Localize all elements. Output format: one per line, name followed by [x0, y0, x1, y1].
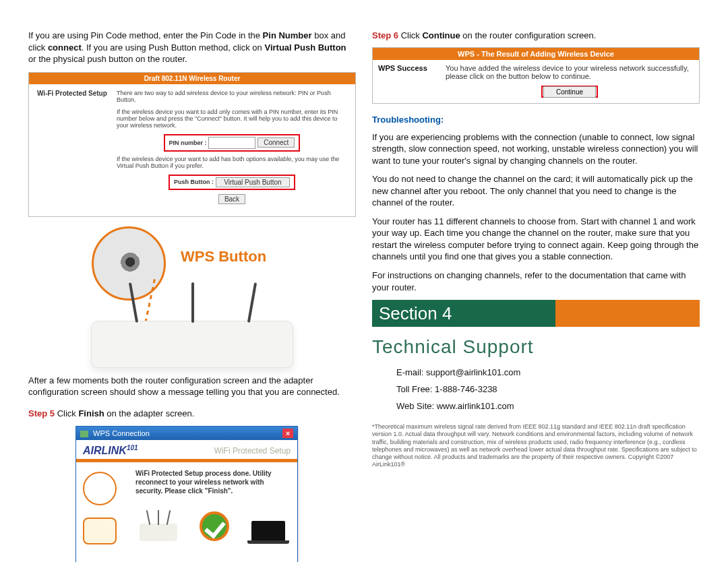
wps-done-message: WiFi Protected Setup process done. Utili… — [135, 469, 289, 495]
back-button[interactable]: Back — [218, 194, 245, 204]
fine-print: *Theoretical maximum wireless signal rat… — [372, 423, 700, 469]
step-6-text: Step 6 Click Continue on the router conf… — [372, 30, 700, 42]
router-config-header: Draft 802.11N Wireless Router — [29, 73, 355, 84]
wps-success-message: You have added the wireless device to yo… — [446, 64, 689, 80]
section-4-banner: Section 4 — [372, 300, 700, 327]
wps-setup-label: Wi-Fi Protected Setup — [37, 90, 111, 97]
wps-desc-2: If the wireless device you want to add o… — [117, 108, 347, 129]
router-small-icon — [140, 524, 177, 541]
troubleshoot-p4: For instructions on changing channels, r… — [372, 270, 700, 293]
app-icon — [80, 431, 88, 437]
troubleshoot-p3: Your router has 11 different channels to… — [372, 216, 700, 263]
router-icon — [91, 321, 293, 368]
router-config-screenshot: Draft 802.11N Wireless Router Wi-Fi Prot… — [28, 72, 356, 217]
technical-support-heading: Technical Support — [372, 336, 700, 358]
left-column: If you are using Pin Code method, enter … — [28, 30, 356, 562]
wps-connection-window: WPS Connection × AIRLINK101 WiFi Protect… — [75, 426, 298, 562]
troubleshoot-p2: You do not need to change the channel on… — [372, 173, 700, 209]
support-contact-info: E-mail: support@airlink101.com Toll Free… — [372, 367, 700, 411]
device-icons — [83, 472, 126, 562]
wps-desc-1: There are two way to add wireless device… — [117, 90, 347, 103]
window-title: WPS Connection — [80, 429, 150, 437]
support-email: E-mail: support@airlink101.com — [396, 367, 700, 377]
wps-success-label: WPS Success — [373, 60, 440, 103]
wps-desc-3: If the wireless device your want to add … — [117, 156, 347, 169]
push-button-label: Push Button : — [174, 179, 214, 185]
virtual-push-button[interactable]: Virtual Push Button — [216, 177, 290, 187]
pin-number-input[interactable] — [208, 137, 255, 149]
intro-text: If you are using Pin Code method, enter … — [28, 30, 356, 65]
support-website: Web Site: www.airlink101.com — [396, 401, 700, 411]
continue-button[interactable]: Continue — [543, 86, 596, 98]
connect-button[interactable]: Connect — [257, 137, 295, 148]
check-icon — [200, 511, 229, 541]
after-moments-text: After a few moments both the router conf… — [28, 375, 356, 398]
wps-button-closeup-icon — [92, 226, 166, 301]
wps-success-header: WPS - The Result of Adding Wireless Devi… — [373, 48, 699, 60]
wps-button-illustration: WPS Button — [28, 226, 356, 368]
airlink-logo: AIRLINK101 — [83, 444, 138, 457]
laptop-icon — [251, 521, 285, 541]
troubleshooting-heading: Troubleshooting: — [372, 115, 700, 125]
troubleshoot-p1: If you are experiencing problems with th… — [372, 131, 700, 167]
wps-success-screenshot: WPS - The Result of Adding Wireless Devi… — [372, 47, 700, 104]
window-subtitle: WiFi Protected Setup — [214, 446, 291, 456]
support-toll-free: Toll Free: 1-888-746-3238 — [396, 384, 700, 394]
pin-number-label: PIN number : — [169, 139, 207, 146]
wps-button-label: WPS Button — [181, 248, 266, 266]
step-5-text: Step 5 Click Finish on the adapter scree… — [28, 408, 356, 420]
close-icon[interactable]: × — [282, 429, 293, 438]
right-column: Step 6 Click Continue on the router conf… — [372, 30, 700, 562]
